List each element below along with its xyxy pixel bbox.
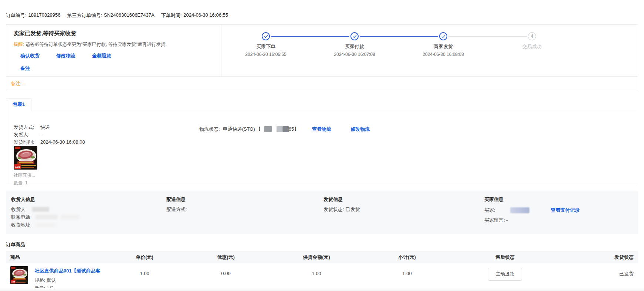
order-items-table: 商品 单价(元) 优惠(元) 供货金额(元) 小计(元) 售后状态 发货状态 xyxy=(6,251,638,291)
order-items-title: 订单商品 xyxy=(6,241,638,248)
ship-method-label: 发货方式: xyxy=(14,124,40,131)
package-product-name: 社区直供... xyxy=(14,172,38,178)
receiver-phone-redacted xyxy=(61,215,79,220)
step-trade-success: 4 交易成功 xyxy=(488,32,576,76)
logistics-carrier: 申通快递(STO) xyxy=(223,126,255,133)
order-no-label: 订单编号: xyxy=(6,12,27,19)
check-icon xyxy=(264,35,268,38)
reminder-label: 提醒: xyxy=(14,42,24,47)
col-supply-amount: 供货金额(元) xyxy=(272,251,361,263)
product-image[interactable]: 168 xyxy=(10,266,28,284)
step-label: 商家发货 xyxy=(399,43,488,50)
order-status-card: 卖家已发货,等待买家收货 提醒: 请务必等待订单状态变更为"买家已付款, 等待卖… xyxy=(6,24,638,91)
note-label: 备注: xyxy=(11,81,22,86)
order-progress-steps: 买家下单 2024-06-30 16:06:55 买家付款 2024-06-30… xyxy=(221,25,638,76)
shipper-value: - xyxy=(40,132,42,137)
delivery-method-label: 配送方式: xyxy=(166,206,187,213)
product-name-link[interactable]: 社区直供商品001【测试商品客 xyxy=(35,268,101,274)
ship-method-value: 快递 xyxy=(40,124,50,130)
check-icon xyxy=(353,35,357,38)
product-quantity: 数量: 1斤 xyxy=(35,285,101,291)
order-items-header: 商品 单价(元) 优惠(元) 供货金额(元) 小计(元) 售后状态 发货状态 xyxy=(6,251,638,263)
order-note-row: 备注: - xyxy=(6,76,638,91)
shipper-label: 发货人: xyxy=(14,131,40,138)
receiver-name-label: 收货人 xyxy=(11,206,26,213)
step-buyer-ordered: 买家下单 2024-06-30 16:06:55 xyxy=(221,32,310,76)
order-time-value: 2024-06-30 16:06:55 xyxy=(183,12,228,19)
discount-value: 0.00 xyxy=(180,265,272,276)
product-image-price-badge: 168 xyxy=(15,165,20,168)
order-status-title: 卖家已发货,等待买家收货 xyxy=(14,30,214,37)
receiver-name-redacted xyxy=(32,207,49,212)
buyer-info-title: 买家信息 xyxy=(484,196,633,203)
tracking-redacted-block xyxy=(264,126,272,132)
step-time: 2024-06-30 16:07:08 xyxy=(310,52,399,57)
full-refund-button[interactable]: 全额退款 xyxy=(92,53,111,59)
shipping-status-value: 已发货 xyxy=(346,206,360,213)
order-detail-page: 订单编号:189170829956 第三方订单编号:SN2406301606E7… xyxy=(0,0,644,291)
col-subtotal: 小计(元) xyxy=(361,251,453,263)
receiver-address-redacted xyxy=(35,223,56,227)
delivery-info-column: 配送信息 配送方式: xyxy=(166,196,323,228)
supply-amount-value: 1.00 xyxy=(272,265,361,276)
shipping-status-label: 发货状态: xyxy=(323,206,344,213)
step-label: 交易成功 xyxy=(488,43,576,50)
step-buyer-paid: 买家付款 2024-06-30 16:07:08 xyxy=(310,32,399,76)
view-logistics-link[interactable]: 查看物流 xyxy=(312,126,331,133)
unit-price-value: 1.00 xyxy=(109,265,180,276)
step-time: 2024-06-30 16:08:08 xyxy=(399,52,488,57)
logistics-status-row: 物流状态: 申通快递(STO) 【 65】 查看物流 修改物流 xyxy=(199,126,370,133)
col-after-sale-status: 售后状态 xyxy=(453,251,557,263)
order-info-section: 收货人信息 收货人 联系电话 收货地址 配送信息 配送方式: 发货信息 发货状态… xyxy=(6,191,638,234)
tracking-redacted-block xyxy=(277,126,282,132)
receiver-phone-redacted xyxy=(35,215,58,220)
tracking-suffix: 65】 xyxy=(289,126,299,133)
reminder-text: 提醒: 请务必等待订单状态变更为"买家已付款, 等待卖家发货"后再进行发货. xyxy=(14,41,214,48)
step-merchant-shipped: 商家发货 2024-06-30 16:08:08 xyxy=(399,32,488,76)
package-panel: 发货方式:快递 发货人:- 发货时间:2024-06-30 16:08:08 物… xyxy=(6,110,638,184)
shipping-info-column: 发货信息 发货状态:已发货 xyxy=(323,196,484,228)
step-label: 买家付款 xyxy=(310,43,399,50)
receiver-info-column: 收货人信息 收货人 联系电话 收货地址 xyxy=(11,196,166,228)
col-product: 商品 xyxy=(6,251,109,263)
step-number: 4 xyxy=(531,34,533,39)
proactive-refund-button[interactable]: 主动退款 xyxy=(488,268,522,281)
package-product-quantity: 数量: 1 xyxy=(14,180,38,186)
confirm-receipt-button[interactable]: 确认收货 xyxy=(20,53,40,59)
receiver-phone-label: 联系电话 xyxy=(11,214,30,220)
product-spec: 规格: 默认 xyxy=(35,277,101,284)
order-time-label: 下单时间: xyxy=(161,12,182,19)
receiver-info-title: 收货人信息 xyxy=(11,196,166,203)
step-label: 买家下单 xyxy=(221,43,310,50)
delivery-info-title: 配送信息 xyxy=(166,196,323,203)
third-party-order-label: 第三方订单编号: xyxy=(67,12,102,19)
note-button[interactable]: 备注 xyxy=(20,65,30,72)
buyer-message-label: 买家留言: xyxy=(484,217,505,223)
col-unit-price: 单价(元) xyxy=(109,251,180,263)
buyer-label: 买家: xyxy=(484,207,495,214)
product-image[interactable]: 168 xyxy=(14,146,37,170)
tab-package-1[interactable]: 包裹1 xyxy=(6,98,31,110)
edit-logistics-link[interactable]: 修改物流 xyxy=(350,126,370,133)
note-value: - xyxy=(23,81,24,86)
ship-time-label: 发货时间: xyxy=(14,138,40,146)
subtotal-value: 1.00 xyxy=(361,265,453,276)
shipping-info-title: 发货信息 xyxy=(323,196,484,203)
order-meta: 订单编号:189170829956 第三方订单编号:SN2406301606E7… xyxy=(6,0,638,19)
edit-logistics-button[interactable]: 修改物流 xyxy=(56,53,75,59)
step-time: 2024-06-30 16:06:55 xyxy=(221,52,310,57)
product-image-price-badge: 168 xyxy=(11,281,16,283)
check-icon xyxy=(441,35,445,38)
order-no-value: 189170829956 xyxy=(28,12,61,19)
tracking-bracket-open: 【 xyxy=(256,126,261,133)
col-ship-status: 发货状态 xyxy=(557,251,638,263)
logistics-label: 物流状态: xyxy=(199,126,220,133)
buyer-name-redacted xyxy=(510,207,529,213)
reminder-body: 请务必等待订单状态变更为"买家已付款, 等待卖家发货"后再进行发货. xyxy=(26,42,167,47)
ship-time-value: 2024-06-30 16:08:08 xyxy=(40,139,85,145)
receiver-address-label: 收货地址 xyxy=(11,222,30,228)
view-payment-records-link[interactable]: 查看支付记录 xyxy=(551,207,580,214)
third-party-order-value: SN2406301606E7437A xyxy=(104,12,155,19)
order-item-row: 168 社区直供商品001【测试商品客 规格: 默认 数量: 1斤 1.00 0… xyxy=(6,263,638,291)
buyer-info-column: 买家信息 买家: 查看支付记录 买家留言: - xyxy=(484,196,633,228)
